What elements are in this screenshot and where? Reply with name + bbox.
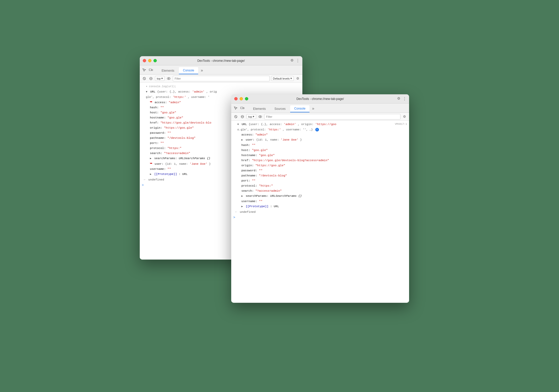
right-clear-btn[interactable] — [233, 114, 238, 119]
left-url-line1: URL {user: {…}, access: 'admin' , orig — [140, 89, 302, 95]
right-prop-access: access: "admin" — [231, 132, 409, 137]
svg-point-16 — [260, 116, 261, 117]
left-console-toolbar: top ▾ Default levels ▾ ⚙ — [140, 74, 302, 83]
left-tab-bar: Elements Console » — [140, 65, 302, 74]
left-window-title: DevTools - chrome://new-tab-page/ — [197, 59, 245, 63]
right-devtools-window: DevTools - chrome://new-tab-page/ ⚙ ⋮ — [231, 94, 409, 303]
left-title-bar: DevTools - chrome://new-tab-page/ ⚙ ⋮ — [140, 56, 302, 65]
svg-rect-10 — [243, 108, 244, 109]
right-tab-more[interactable]: » — [310, 106, 316, 112]
svg-rect-9 — [241, 107, 243, 109]
right-prop-user: user: {id: 1, name: 'Jane Doe' } — [231, 137, 409, 143]
left-log-prefix: ▾ console.log(url); — [140, 84, 302, 89]
left-red-arrow-2: ➥ — [150, 161, 152, 166]
left-eye-btn[interactable] — [166, 76, 171, 81]
left-clear-btn[interactable] — [142, 76, 147, 81]
right-vm-ref: VM4817:1 — [395, 122, 407, 127]
right-settings-icon[interactable]: ⚙ — [397, 96, 400, 101]
right-url-triangle[interactable] — [237, 122, 239, 127]
right-tab-bar: Elements Sources Console » — [231, 103, 409, 113]
svg-line-3 — [144, 78, 145, 79]
right-more-icon[interactable]: ⋮ — [402, 96, 406, 101]
right-settings-btn[interactable]: ⚙ — [402, 114, 407, 119]
right-tab-console[interactable]: Console — [290, 105, 309, 112]
left-tab-more[interactable]: » — [199, 68, 205, 74]
right-prop-hostname: hostname: "goo.gle" — [231, 153, 409, 158]
left-close-button[interactable] — [143, 59, 146, 62]
right-prompt[interactable]: > — [231, 215, 409, 220]
left-inspect-icon[interactable] — [142, 68, 147, 73]
left-device-icon[interactable] — [148, 68, 153, 73]
left-settings-btn[interactable]: ⚙ — [295, 76, 300, 81]
right-prop-password: password: "" — [231, 168, 409, 173]
left-tab-console[interactable]: Console — [179, 67, 198, 74]
right-prop-protocol: protocol: "https:" — [231, 183, 409, 188]
right-minimize-button[interactable] — [240, 97, 243, 100]
left-block-btn[interactable] — [148, 76, 153, 81]
right-maximize-button[interactable] — [245, 97, 248, 100]
right-prop-username: username: "" — [231, 199, 409, 204]
right-tab-elements[interactable]: Elements — [249, 105, 270, 112]
right-url-line2: o.gle', protocol: 'https:' , username: '… — [231, 127, 409, 132]
left-searchparams-triangle[interactable] — [150, 156, 151, 161]
left-default-levels[interactable]: Default levels ▾ — [271, 76, 294, 81]
right-prop-searchparams: searchParams: URLSearchParams {} — [231, 193, 409, 199]
right-url-line1: VM4817:1 URL {user: {…}, access: 'admin'… — [231, 122, 409, 127]
right-user-triangle[interactable] — [241, 138, 243, 142]
right-inspect-icon[interactable] — [233, 106, 238, 111]
right-info-icon[interactable]: i — [315, 128, 319, 131]
right-window-title: DevTools - chrome://new-tab-page/ — [297, 97, 344, 101]
left-red-arrow-1: ➥ — [150, 100, 152, 104]
right-top-dropdown[interactable]: top ▾ — [246, 114, 256, 119]
right-searchparams-triangle[interactable] — [241, 194, 243, 199]
right-console-toolbar: top ▾ ⚙ — [231, 113, 409, 121]
right-filter-input[interactable] — [264, 114, 400, 119]
right-prop-origin: origin: "https://goo.gle" — [231, 163, 409, 168]
right-prop-host: host: "goo.gle" — [231, 148, 409, 153]
left-maximize-button[interactable] — [153, 59, 157, 62]
right-prop-prototype: [[Prototype]] : URL — [231, 204, 409, 209]
left-more-icon[interactable]: ⋮ — [296, 58, 299, 63]
right-block-btn[interactable] — [240, 114, 245, 119]
right-close-button[interactable] — [234, 97, 238, 100]
right-eye-btn[interactable] — [258, 114, 263, 119]
svg-line-12 — [235, 116, 237, 117]
right-tab-sources[interactable]: Sources — [270, 105, 290, 112]
right-prop-hash: hash: "" — [231, 143, 409, 148]
right-console-content: VM4817:1 URL {user: {…}, access: 'admin'… — [231, 121, 409, 303]
left-tab-elements[interactable]: Elements — [158, 67, 178, 74]
right-prop-search: search: "?access=admin" — [231, 188, 409, 193]
left-settings-icon[interactable]: ⚙ — [290, 58, 294, 63]
left-prototype-triangle[interactable] — [150, 172, 151, 177]
svg-rect-1 — [152, 69, 153, 71]
right-title-bar: DevTools - chrome://new-tab-page/ ⚙ ⋮ — [231, 94, 409, 103]
right-prop-port: port: "" — [231, 178, 409, 183]
left-traffic-lights — [143, 59, 157, 62]
right-prototype-triangle[interactable] — [241, 204, 243, 209]
right-prop-pathname: pathname: "/devtools-blog" — [231, 173, 409, 178]
svg-rect-0 — [149, 69, 151, 71]
right-traffic-lights — [234, 97, 248, 100]
right-undefined: ← undefined — [231, 209, 409, 215]
left-filter-input[interactable] — [173, 76, 270, 81]
svg-point-7 — [168, 78, 169, 79]
right-prop-href: href: "https://goo.gle/devtools-blog?acc… — [231, 158, 409, 163]
right-device-icon[interactable] — [240, 106, 245, 111]
left-minimize-button[interactable] — [148, 59, 151, 62]
left-url-triangle[interactable] — [146, 90, 147, 94]
left-top-dropdown[interactable]: top ▾ — [155, 76, 165, 81]
